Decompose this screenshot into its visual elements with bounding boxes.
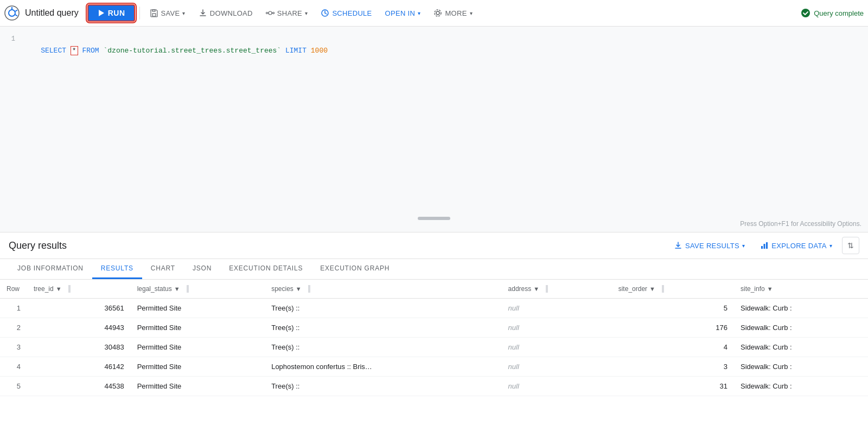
cell-row-3: 3 <box>0 338 27 357</box>
table-body: 1 36561 Permitted Site Tree(s) :: null 5… <box>0 299 868 396</box>
resize-legal-status-handle[interactable] <box>187 285 189 293</box>
sort-tree-id-icon[interactable]: ▼ <box>56 286 62 292</box>
keyword-from: FROM <box>82 47 99 55</box>
cell-legal-status-3: Permitted Site <box>131 338 265 357</box>
cell-address-3: null <box>502 338 612 357</box>
svg-point-10 <box>272 12 274 14</box>
line-number-1: 1 <box>0 33 22 45</box>
sort-legal-status-icon[interactable]: ▼ <box>174 286 180 292</box>
svg-line-3 <box>15 10 17 12</box>
col-header-site-info[interactable]: site_info ▼ <box>734 280 868 299</box>
sort-address-icon[interactable]: ▼ <box>533 286 539 292</box>
table-row: 1 36561 Permitted Site Tree(s) :: null 5… <box>0 299 868 318</box>
scroll-handle[interactable] <box>418 217 450 220</box>
resize-address-handle[interactable] <box>546 285 548 293</box>
space-1 <box>66 47 71 55</box>
col-header-row: Row <box>0 280 27 299</box>
more-chevron-icon: ▾ <box>470 10 473 16</box>
col-header-legal-status[interactable]: legal_status ▼ <box>131 280 265 299</box>
col-header-address[interactable]: address ▼ <box>502 280 612 299</box>
tab-chart[interactable]: CHART <box>142 259 184 279</box>
cell-site-info-2: Sidewalk: Curb : <box>734 318 868 338</box>
results-section: Query results SAVE RESULTS ▾ EXPLORE DAT… <box>0 232 868 433</box>
col-header-site-order[interactable]: site_order ▼ <box>612 280 734 299</box>
tab-execution-details[interactable]: EXECUTION DETAILS <box>220 259 311 279</box>
limit-value: 1000 <box>311 47 328 55</box>
share-icon <box>266 9 275 17</box>
resize-site-order-handle[interactable] <box>662 285 664 293</box>
save-results-icon <box>674 241 682 250</box>
results-tabs: JOB INFORMATION RESULTS CHART JSON EXECU… <box>0 259 868 280</box>
cell-site-order-4: 3 <box>612 357 734 377</box>
run-icon <box>97 9 105 17</box>
share-chevron-icon: ▾ <box>305 10 308 16</box>
cell-legal-status-2: Permitted Site <box>131 318 265 338</box>
table-row: 3 30483 Permitted Site Tree(s) :: null 4… <box>0 338 868 357</box>
editor-area[interactable]: 1 SELECT * FROM `dzone-tutorial.street_t… <box>0 27 868 232</box>
svg-rect-6 <box>152 14 156 16</box>
cell-legal-status-4: Permitted Site <box>131 357 265 377</box>
run-button[interactable]: RUN <box>87 4 135 22</box>
svg-rect-20 <box>764 244 765 249</box>
svg-point-9 <box>266 12 267 14</box>
open-in-button[interactable]: OPEN IN ▾ <box>380 6 426 21</box>
svg-marker-5 <box>99 10 104 16</box>
cell-legal-status-5: Permitted Site <box>131 377 265 396</box>
results-table: Row tree_id ▼ legal_status ▼ <box>0 280 868 396</box>
cell-site-info-4: Sidewalk: Curb : <box>734 357 868 377</box>
query-complete-status: Query complete <box>801 8 864 18</box>
tab-execution-graph[interactable]: EXECUTION GRAPH <box>311 259 398 279</box>
svg-point-8 <box>269 11 272 15</box>
toolbar: Untitled query RUN SAVE ▾ DOWNLOAD <box>0 0 868 27</box>
tab-json[interactable]: JSON <box>184 259 220 279</box>
space-4 <box>281 47 285 55</box>
open-in-chevron-icon: ▾ <box>418 10 420 16</box>
col-header-species[interactable]: species ▼ <box>265 280 501 299</box>
table-name: `dzone-tutorial.street_trees.street_tree… <box>104 47 282 55</box>
sort-site-info-icon[interactable]: ▼ <box>767 286 773 292</box>
resize-species-handle[interactable] <box>308 285 310 293</box>
share-button[interactable]: SHARE ▾ <box>260 5 314 21</box>
cell-site-info-1: Sidewalk: Curb : <box>734 299 868 318</box>
col-header-tree-id[interactable]: tree_id ▼ <box>27 280 131 299</box>
cell-site-order-1: 5 <box>612 299 734 318</box>
table-row: 5 44538 Permitted Site Tree(s) :: null 3… <box>0 377 868 396</box>
cell-site-order-5: 31 <box>612 377 734 396</box>
cell-address-2: null <box>502 318 612 338</box>
svg-point-18 <box>801 9 810 17</box>
save-results-button[interactable]: SAVE RESULTS ▾ <box>668 238 750 253</box>
expand-collapse-button[interactable]: ⇅ <box>842 237 859 254</box>
svg-rect-21 <box>766 242 768 249</box>
tab-results[interactable]: RESULTS <box>92 259 142 279</box>
download-button[interactable]: DOWNLOAD <box>193 5 258 21</box>
keyword-limit: LIMIT <box>285 47 307 55</box>
resize-tree-id-handle[interactable] <box>68 285 71 293</box>
cell-row-4: 4 <box>0 357 27 377</box>
sort-species-icon[interactable]: ▼ <box>296 286 302 292</box>
schedule-icon <box>321 9 329 17</box>
tab-job-information[interactable]: JOB INFORMATION <box>9 259 92 279</box>
sql-editor[interactable]: SELECT * FROM `dzone-tutorial.street_tre… <box>22 27 868 232</box>
cell-legal-status-1: Permitted Site <box>131 299 265 318</box>
explore-data-button[interactable]: EXPLORE DATA ▾ <box>755 238 838 253</box>
cell-site-info-3: Sidewalk: Curb : <box>734 338 868 357</box>
expand-icon: ⇅ <box>847 241 854 250</box>
results-table-wrapper[interactable]: Row tree_id ▼ legal_status ▼ <box>0 280 868 433</box>
download-icon <box>199 9 207 17</box>
svg-point-16 <box>436 11 439 15</box>
cell-row-2: 2 <box>0 318 27 338</box>
cell-row-1: 1 <box>0 299 27 318</box>
cell-tree-id-2: 44943 <box>27 318 131 338</box>
more-button[interactable]: MORE ▾ <box>428 5 478 21</box>
save-button[interactable]: SAVE ▾ <box>144 5 191 21</box>
save-chevron-icon: ▾ <box>182 10 185 16</box>
cell-row-5: 5 <box>0 377 27 396</box>
svg-rect-7 <box>152 10 155 11</box>
explore-data-chevron-icon: ▾ <box>829 243 832 249</box>
divider-1 <box>139 7 140 20</box>
accessibility-hint: Press Option+F1 for Accessibility Option… <box>740 220 861 228</box>
schedule-button[interactable]: SCHEDULE <box>315 5 377 21</box>
table-row: 2 44943 Permitted Site Tree(s) :: null 1… <box>0 318 868 338</box>
svg-line-15 <box>325 13 327 14</box>
sort-site-order-icon[interactable]: ▼ <box>649 286 655 292</box>
